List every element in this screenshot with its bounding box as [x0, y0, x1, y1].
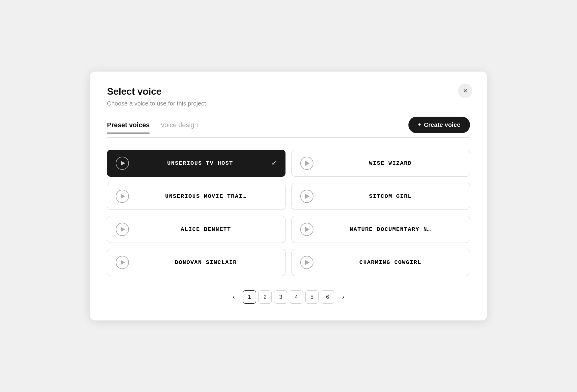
play-button-donovan-sinclair[interactable]: [116, 256, 129, 269]
tabs-container: Preset voices Voice design: [107, 121, 209, 133]
modal-title: Select voice: [107, 86, 470, 97]
voice-label: UNSERIOUS TV HOST: [135, 160, 265, 167]
play-icon: [305, 161, 310, 166]
play-icon: [121, 260, 125, 265]
pagination-page-2[interactable]: 2: [258, 290, 272, 304]
voice-label: ALICE BENNETT: [135, 226, 277, 233]
voice-item-charming-cowgirl[interactable]: CHARMING COWGIRL: [292, 249, 470, 276]
voice-label: CHARMING COWGIRL: [319, 259, 461, 266]
check-icon: ✓: [271, 159, 277, 167]
play-button-wise-wizard[interactable]: [300, 157, 313, 170]
voice-label: WISE WIZARD: [319, 160, 461, 167]
create-voice-label: Create voice: [424, 121, 460, 128]
voice-item-alice-bennett[interactable]: ALICE BENNETT: [107, 216, 285, 243]
chevron-right-icon: ›: [342, 293, 344, 301]
voice-item-unserious-tv-host[interactable]: UNSERIOUS TV HOST ✓: [107, 150, 285, 177]
voice-item-unserious-movie-trai[interactable]: UNSERIOUS MOVIE TRAI…: [107, 183, 285, 210]
play-icon: [121, 227, 125, 232]
play-button-unserious-movie-trai[interactable]: [116, 190, 129, 203]
play-icon: [305, 227, 310, 232]
plus-icon: +: [418, 121, 422, 128]
play-button-charming-cowgirl[interactable]: [300, 256, 313, 269]
close-icon: ✕: [463, 87, 468, 94]
voice-item-sitcom-girl[interactable]: SITCOM GIRL: [292, 183, 470, 210]
modal-header: Select voice Choose a voice to use for t…: [107, 86, 470, 107]
pagination-page-1[interactable]: 1: [243, 290, 256, 304]
select-voice-modal: Select voice Choose a voice to use for t…: [90, 72, 487, 320]
pagination-next[interactable]: ›: [337, 290, 350, 304]
pagination-prev[interactable]: ‹: [227, 290, 240, 304]
voice-label: NATURE DOCUMENTARY N…: [319, 226, 461, 233]
voice-item-nature-documentary[interactable]: NATURE DOCUMENTARY N…: [292, 216, 470, 243]
play-icon: [305, 194, 310, 199]
tab-voice-design[interactable]: Voice design: [160, 121, 198, 133]
play-icon: [305, 260, 310, 265]
voice-label: DONOVAN SINCLAIR: [135, 259, 277, 266]
play-button-nature-documentary[interactable]: [300, 223, 313, 236]
voice-label: UNSERIOUS MOVIE TRAI…: [135, 193, 277, 200]
voice-label: SITCOM GIRL: [319, 193, 461, 200]
play-icon: [121, 194, 125, 199]
play-button-sitcom-girl[interactable]: [300, 190, 313, 203]
voice-item-wise-wizard[interactable]: WISE WIZARD: [292, 150, 470, 177]
play-button-alice-bennett[interactable]: [116, 223, 129, 236]
tab-preset-voices[interactable]: Preset voices: [107, 121, 150, 133]
create-voice-button[interactable]: + Create voice: [408, 117, 470, 133]
voice-item-donovan-sinclair[interactable]: DONOVAN SINCLAIR: [107, 249, 285, 276]
chevron-left-icon: ‹: [233, 293, 235, 301]
voice-grid: UNSERIOUS TV HOST ✓ WISE WIZARD UNSERIOU…: [107, 150, 470, 276]
play-icon: [121, 161, 125, 166]
play-button-unserious-tv-host[interactable]: [116, 157, 129, 170]
pagination-page-5[interactable]: 5: [305, 290, 319, 304]
pagination-page-4[interactable]: 4: [290, 290, 303, 304]
close-button[interactable]: ✕: [458, 84, 472, 98]
pagination-page-6[interactable]: 6: [321, 290, 334, 304]
pagination-page-3[interactable]: 3: [274, 290, 287, 304]
pagination: ‹ 1 2 3 4 5 6 ›: [107, 290, 470, 304]
tabs-row: Preset voices Voice design + Create voic…: [107, 117, 470, 138]
modal-subtitle: Choose a voice to use for this project: [107, 100, 470, 107]
